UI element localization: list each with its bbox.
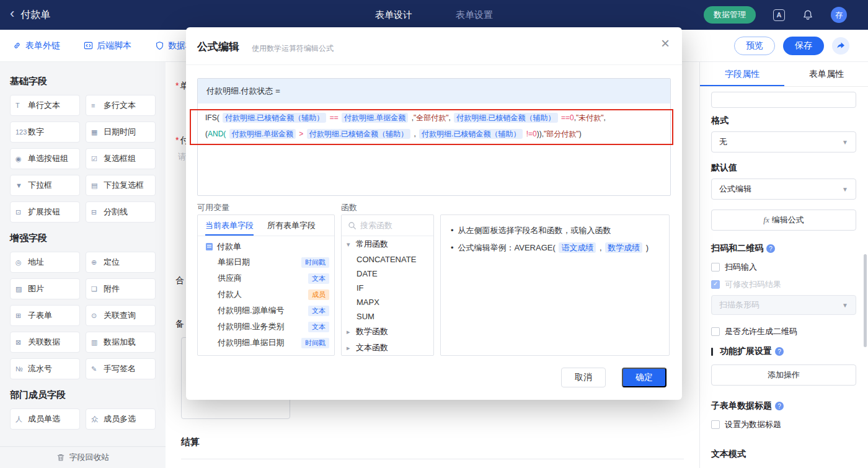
field-label-fragment: 合 [175,275,184,286]
data-manage-button[interactable]: 数据管理 [704,6,756,24]
properties-tab[interactable]: 字段属性 [700,62,784,86]
variable-row[interactable]: 单据日期时间戳 [198,254,334,270]
save-button[interactable]: 保存 [783,37,824,55]
variables-tab[interactable]: 所有表单字段 [267,215,316,236]
shield-icon [155,41,164,50]
field-palette-item[interactable]: ◉单选按钮组 [10,148,80,169]
function-search-input[interactable] [360,221,422,230]
field-palette-item-label: 下拉框 [28,180,52,191]
field-palette-item[interactable]: №流水号 [10,358,80,379]
variables-tabs: 当前表单字段所有表单字段 [198,215,334,236]
translate-icon[interactable]: A [773,9,785,21]
form-title: 付款单 [20,9,50,22]
variables-tab[interactable]: 当前表单字段 [205,215,254,236]
field-palette-item[interactable]: ⊕定位 [86,252,156,273]
field-palette-item[interactable]: ❏附件 [86,278,156,299]
scrollbar-thumb[interactable] [864,254,867,347]
field-label-fragment: 备 [175,319,184,330]
function-item[interactable]: IF [342,281,433,295]
function-item[interactable]: MAPX [342,295,433,309]
edit-formula-button[interactable]: fx 编辑公式 [711,210,856,231]
topnav-tab[interactable]: 表单设计 [375,9,412,21]
function-group[interactable]: ▸数学函数 [342,324,433,340]
field-palette-item[interactable]: T单行文本 [10,95,80,116]
function-group[interactable]: ▸文本函数 [342,340,433,356]
field-palette-item[interactable]: ⊟分割线 [86,201,156,223]
scan-modifiable-checkbox[interactable]: 可修改扫码结果 [711,279,781,290]
bell-icon[interactable] [802,9,813,20]
required-mark: * [175,81,179,91]
properties-panel: 字段属性表单属性 格式 无 ▼ 默认值 公式编辑 ▼ fx 编辑公式 扫码和二维… [699,62,868,468]
variable-row[interactable]: 付款明细.源单编号文本 [198,302,334,319]
help-icon[interactable]: ? [775,347,784,356]
toolbar-link-label: 表单外链 [25,40,60,51]
share-button[interactable] [832,37,849,55]
add-action-button[interactable]: 添加操作 [711,364,856,386]
field-palette-item[interactable]: 123数字 [10,121,80,143]
function-item[interactable]: SUM [342,309,433,324]
topbar: ‹ 付款单 表单设计表单设置 数据管理 A 存 [0,0,868,30]
link-icon [12,41,22,50]
toolbar-link[interactable]: 表单外链 [12,40,60,51]
sidebar-group-title: 部门成员字段 [10,389,156,401]
field-title-input-partial[interactable] [711,92,856,108]
function-item[interactable]: CONCATENATE [342,252,433,267]
allow-qr-checkbox[interactable]: 是否允许生成二维码 [711,326,797,337]
variable-type-tag: 时间戳 [301,257,329,268]
function-group[interactable]: ▾常用函数 [342,236,433,252]
cancel-button[interactable]: 取消 [561,368,606,387]
variable-row[interactable]: 付款人成员 [198,286,334,302]
help-icon[interactable]: ? [775,402,784,410]
field-type-icon: ▦ [91,128,104,136]
field-recycle-bin[interactable]: 字段回收站 [0,447,166,468]
field-palette-item[interactable]: ⊠关联数据 [10,332,80,353]
help-icon[interactable]: ? [766,244,775,253]
back-icon[interactable]: ‹ [10,7,14,20]
topnav-tab[interactable]: 表单设置 [456,9,493,21]
field-palette-item[interactable]: ▥数据加载 [86,332,156,353]
set-data-title-checkbox[interactable]: 设置为数据标题 [711,419,781,430]
field-palette-item[interactable]: 人成员单选 [10,408,80,430]
field-palette-item[interactable]: ⊡扩展按钮 [10,201,80,223]
field-palette-item[interactable]: ▼下拉框 [10,175,80,196]
field-palette-item[interactable]: ☑复选框组 [86,148,156,169]
field-type-icon: ☑ [91,155,104,163]
variable-name: 付款明细.业务类别 [218,321,285,332]
toolbar-link[interactable]: 后端脚本 [84,40,131,51]
formula-expression[interactable]: IFS( 付款明细.已核销金额（辅助） == 付款明细.单据金额 ,"全部付款"… [198,104,670,148]
properties-tab[interactable]: 表单属性 [784,62,868,86]
field-type-icon: ✎ [91,365,104,373]
extension-section-title: 功能扩展设置 ? [711,346,784,357]
checkbox-icon [711,327,720,336]
format-select[interactable]: 无 ▼ [711,131,856,152]
field-palette-item[interactable]: ⊙关联查询 [86,305,156,326]
variable-row[interactable]: 供应商文本 [198,270,334,286]
variable-row[interactable]: 付款明细.业务类别文本 [198,319,334,335]
field-palette-item[interactable]: ≡多行文本 [86,95,156,116]
variables-label: 可用变量 [197,202,229,213]
field-palette-item[interactable]: ▨图片 [10,278,80,299]
variable-name: 付款明细.单据日期 [218,337,285,348]
scan-input-checkbox[interactable]: 扫码输入 [711,262,757,273]
field-palette-item[interactable]: ▦日期时间 [86,121,156,143]
field-type-icon: ▤ [91,182,104,190]
field-palette-item[interactable]: ⊞子表单 [10,305,80,326]
default-value-select[interactable]: 公式编辑 ▼ [711,179,856,200]
field-palette-item[interactable]: ◎地址 [10,252,80,273]
format-label: 格式 [711,115,728,126]
toolbar-link-label: 后端脚本 [97,40,131,51]
scan-type-select: 扫描条形码 ▼ [711,295,856,315]
variable-row[interactable]: 付款明细.单据日期时间戳 [198,335,334,351]
function-item[interactable]: DATE [342,267,433,281]
field-palette-item[interactable]: ▤下拉复选框 [86,175,156,196]
help-text: ) [644,243,649,252]
close-icon[interactable]: × [661,36,670,51]
field-token: 付款明细.已核销金额（辅助） [454,113,557,123]
preview-button[interactable]: 预览 [734,37,775,55]
confirm-button[interactable]: 确定 [622,368,666,387]
field-palette-item[interactable]: ✎手写签名 [86,358,156,379]
field-palette-item-label: 下拉复选框 [104,180,144,191]
avatar[interactable]: 存 [831,7,847,23]
form-tree-root[interactable]: 付款单 [198,236,334,254]
field-palette-item[interactable]: 众成员多选 [86,408,156,430]
